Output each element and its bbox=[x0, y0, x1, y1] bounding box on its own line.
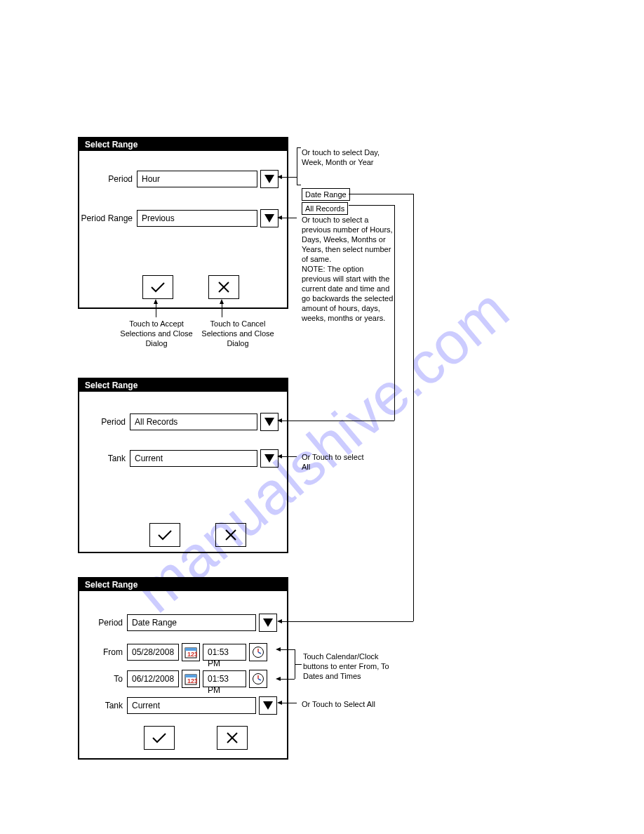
svg-marker-4 bbox=[264, 418, 274, 426]
callout-accept: Touch to Accept Selections and Close Dia… bbox=[118, 319, 195, 348]
arrowhead bbox=[277, 175, 282, 179]
period-dropdown[interactable] bbox=[260, 170, 279, 188]
period-range-field[interactable]: Previous bbox=[137, 210, 257, 227]
arrowhead bbox=[277, 216, 282, 220]
period-range-label: Period Range bbox=[79, 213, 133, 223]
from-label: From bbox=[86, 647, 123, 657]
calendar-icon: 123 bbox=[185, 673, 197, 685]
svg-marker-8 bbox=[263, 618, 273, 627]
svg-text:123: 123 bbox=[187, 677, 197, 684]
x-icon bbox=[224, 529, 237, 541]
tank-dropdown[interactable] bbox=[260, 449, 279, 468]
line bbox=[297, 185, 301, 185]
tank-field[interactable]: Current bbox=[130, 450, 257, 467]
line bbox=[281, 703, 297, 703]
arrowhead bbox=[277, 619, 282, 623]
period-field[interactable]: Hour bbox=[137, 171, 257, 187]
line bbox=[297, 147, 297, 185]
chevron-down-icon bbox=[263, 701, 273, 710]
calendar-icon: 123 bbox=[185, 646, 197, 658]
svg-marker-1 bbox=[264, 214, 274, 223]
period-dropdown[interactable] bbox=[259, 614, 277, 632]
ok-button[interactable] bbox=[149, 523, 180, 547]
x-icon bbox=[217, 281, 230, 293]
boxed-daterange: Date Range bbox=[302, 188, 350, 201]
ok-button[interactable] bbox=[142, 275, 173, 299]
period-label: Period bbox=[86, 417, 126, 427]
arrowhead bbox=[277, 701, 282, 705]
cancel-button[interactable] bbox=[215, 523, 246, 547]
clock-button[interactable] bbox=[249, 643, 267, 661]
chevron-down-icon bbox=[264, 175, 274, 183]
chevron-down-icon bbox=[264, 418, 274, 426]
svg-text:123: 123 bbox=[187, 651, 197, 658]
callout-cancel: Touch to Cancel Selections and Close Dia… bbox=[199, 319, 276, 348]
line bbox=[349, 205, 394, 206]
tank-label: Tank bbox=[86, 701, 123, 710]
arrow-line bbox=[156, 303, 156, 317]
line bbox=[281, 177, 297, 178]
chevron-down-icon bbox=[264, 214, 274, 223]
line bbox=[281, 421, 394, 421]
callout-cal-clock: Touch Calendar/Clock buttons to enter Fr… bbox=[303, 651, 401, 681]
calendar-button[interactable]: 123 bbox=[182, 643, 200, 661]
arrow-line bbox=[222, 303, 222, 317]
line bbox=[413, 194, 414, 621]
svg-marker-5 bbox=[264, 454, 274, 463]
period-label: Period bbox=[86, 618, 123, 628]
x-icon bbox=[226, 732, 239, 744]
period-range-dropdown[interactable] bbox=[260, 209, 279, 227]
callout-period-opts: Or touch to select Day, Week, Month or Y… bbox=[302, 147, 386, 167]
dialog-select-range-2: Select Range Period All Records Tank Cur… bbox=[78, 378, 288, 553]
line bbox=[279, 649, 295, 650]
callout-range-long: Or touch to select a previous number of … bbox=[302, 215, 394, 323]
line bbox=[281, 218, 297, 218]
check-icon bbox=[152, 732, 167, 744]
clock-icon bbox=[252, 646, 264, 658]
to-time-field[interactable]: 01:53 PM bbox=[203, 670, 246, 687]
period-field[interactable]: All Records bbox=[130, 413, 257, 430]
callout-tank-all: Or Touch to select All bbox=[302, 452, 365, 472]
check-icon bbox=[150, 281, 166, 293]
dialog-title: Select Range bbox=[79, 138, 287, 151]
to-label: To bbox=[86, 674, 123, 684]
check-icon bbox=[157, 529, 173, 541]
clock-button[interactable] bbox=[249, 670, 267, 688]
tank-label: Tank bbox=[86, 454, 126, 463]
clock-icon bbox=[252, 673, 264, 685]
period-field[interactable]: Date Range bbox=[127, 614, 256, 631]
dialog-title: Select Range bbox=[79, 379, 287, 392]
period-label: Period bbox=[86, 174, 133, 184]
dialog-select-range-1: Select Range Period Hour Period Range Pr… bbox=[78, 137, 288, 309]
svg-marker-21 bbox=[263, 701, 273, 710]
line bbox=[349, 194, 413, 194]
tank-dropdown[interactable] bbox=[259, 696, 277, 715]
to-date-field[interactable]: 06/12/2008 bbox=[127, 670, 179, 687]
dialog-title: Select Range bbox=[79, 578, 287, 591]
arrowhead bbox=[276, 647, 281, 651]
cancel-button[interactable] bbox=[217, 726, 248, 750]
line bbox=[281, 621, 413, 622]
arrowhead bbox=[276, 677, 281, 681]
ok-button[interactable] bbox=[144, 726, 175, 750]
dialog-select-range-3: Select Range Period Date Range From 05/2… bbox=[78, 577, 288, 760]
line bbox=[394, 205, 395, 421]
line bbox=[279, 679, 295, 680]
period-dropdown[interactable] bbox=[260, 413, 279, 431]
callout-tank-all-3: Or Touch to Select All bbox=[302, 699, 379, 709]
svg-marker-0 bbox=[264, 175, 274, 183]
tank-field[interactable]: Current bbox=[127, 697, 256, 714]
boxed-allrecords: All Records bbox=[302, 202, 348, 215]
callout-date-range-box: Date Range All Records bbox=[302, 188, 350, 216]
line bbox=[297, 147, 301, 148]
from-date-field[interactable]: 05/28/2008 bbox=[127, 644, 179, 661]
line bbox=[295, 664, 302, 665]
line bbox=[281, 456, 297, 457]
calendar-button[interactable]: 123 bbox=[182, 670, 200, 688]
arrowhead bbox=[277, 454, 282, 458]
chevron-down-icon bbox=[263, 618, 273, 627]
from-time-field[interactable]: 01:53 PM bbox=[203, 644, 246, 661]
chevron-down-icon bbox=[264, 454, 274, 463]
cancel-button[interactable] bbox=[208, 275, 239, 299]
arrowhead bbox=[277, 418, 282, 423]
